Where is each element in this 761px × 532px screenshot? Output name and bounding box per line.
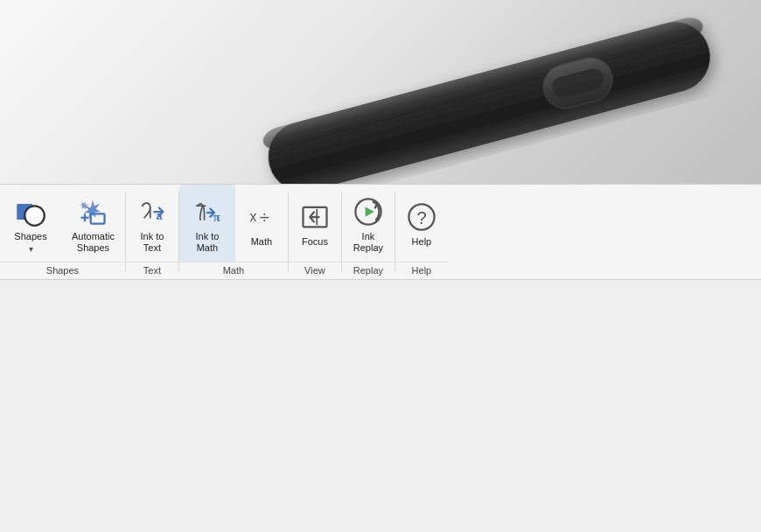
help-label: Help xyxy=(412,236,432,248)
ribbon-toolbar: Shapes ▾ Automatic xyxy=(0,184,761,280)
view-group: Focus View xyxy=(289,185,341,279)
math-button[interactable]: x ÷ Math xyxy=(235,185,288,262)
math-label: Math xyxy=(251,236,272,248)
shapes-dropdown-arrow: ▾ xyxy=(29,244,33,254)
view-group-label: View xyxy=(289,262,341,279)
help-group: ? Help Help xyxy=(395,185,448,279)
replay-group: Ink Replay Replay xyxy=(342,185,394,279)
svg-text:÷: ÷ xyxy=(260,207,269,227)
help-icon: ? xyxy=(406,201,437,233)
ink-replay-label: Ink Replay xyxy=(353,231,383,254)
math-group: π Ink to Math x ÷ Math Math xyxy=(179,185,288,279)
automatic-shapes-button[interactable]: Automatic Shapes xyxy=(61,185,125,262)
shapes-group-label: Shapes xyxy=(0,262,125,279)
math-icon: x ÷ xyxy=(246,201,277,233)
ink-to-text-label: Ink to Text xyxy=(140,231,164,254)
stylus-pen xyxy=(210,0,761,184)
content-area xyxy=(0,280,761,532)
focus-icon xyxy=(299,201,331,233)
svg-text:π: π xyxy=(213,210,220,224)
text-group: a Ink to Text Text xyxy=(126,185,178,279)
svg-text:?: ? xyxy=(416,208,426,228)
ink-to-math-button[interactable]: π Ink to Math xyxy=(179,185,235,262)
help-button[interactable]: ? Help xyxy=(395,185,448,262)
focus-label: Focus xyxy=(302,236,328,248)
auto-shapes-icon xyxy=(77,196,108,228)
text-group-label: Text xyxy=(126,262,178,279)
svg-text:a: a xyxy=(156,210,162,222)
help-group-label: Help xyxy=(395,262,448,279)
shapes-group: Shapes ▾ Automatic xyxy=(0,185,125,279)
pen-display-area xyxy=(0,0,761,184)
replay-group-label: Replay xyxy=(342,262,394,279)
svg-point-6 xyxy=(24,206,45,226)
ink-to-text-button[interactable]: a Ink to Text xyxy=(126,185,178,262)
shapes-label: Shapes xyxy=(14,231,46,242)
ink-to-math-icon: π xyxy=(192,196,223,228)
automatic-shapes-label: Automatic Shapes xyxy=(72,231,115,254)
svg-text:x: x xyxy=(249,209,256,224)
focus-button[interactable]: Focus xyxy=(289,185,341,262)
ink-replay-button[interactable]: Ink Replay xyxy=(342,185,394,262)
shapes-button[interactable]: Shapes ▾ xyxy=(0,185,61,262)
ink-replay-icon xyxy=(353,196,384,228)
math-group-label: Math xyxy=(179,262,288,279)
ink-to-math-label: Ink to Math xyxy=(195,231,219,254)
shapes-icon xyxy=(15,196,46,228)
svg-rect-7 xyxy=(91,214,105,223)
svg-marker-17 xyxy=(366,206,374,216)
ink-to-text-icon: a xyxy=(136,196,168,228)
